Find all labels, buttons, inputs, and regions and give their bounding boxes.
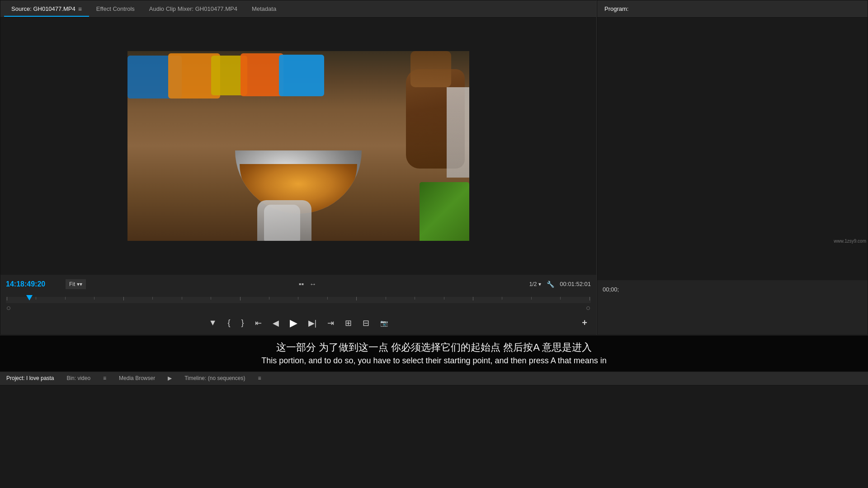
scrubber-track[interactable] <box>6 296 591 305</box>
loop-icon: ↔ <box>309 280 316 288</box>
tick <box>36 297 36 300</box>
tick <box>211 297 211 300</box>
tick <box>473 297 473 300</box>
quality-selector[interactable]: 1/2 ▾ <box>529 281 542 287</box>
tab-effect-controls[interactable]: Effect Controls <box>89 2 142 16</box>
program-timecode: 00;00; <box>603 286 619 293</box>
source-panel: Source: GH010477.MP4 ≡ Effect Controls A… <box>0 0 597 335</box>
tab-audio-clip-mixer[interactable]: Audio Clip Mixer: GH010477.MP4 <box>142 2 245 16</box>
tick <box>356 297 357 300</box>
main-container: Source: GH010477.MP4 ≡ Effect Controls A… <box>0 0 868 488</box>
subtitle-english: This portion, and to do so, you have to … <box>18 356 850 366</box>
tick <box>240 297 241 300</box>
program-transport <box>597 312 868 334</box>
subtitle-chinese: 这一部分 为了做到这一点 你必须选择它们的起始点 然后按A 意思是进入 <box>18 341 850 354</box>
playhead-arrow <box>26 295 33 300</box>
bottom-tab-media-browser[interactable]: Media Browser <box>113 373 161 383</box>
tick <box>415 297 415 300</box>
video-frame <box>127 51 469 241</box>
playhead[interactable] <box>29 295 33 300</box>
bottom-tab-timeline-menu[interactable]: ≡ <box>251 373 267 383</box>
mark-bracket-out-button[interactable]: } <box>240 316 246 329</box>
tick <box>590 297 590 300</box>
video-icon: ▪▪ <box>299 280 304 288</box>
tick-container <box>6 297 591 303</box>
source-timecode[interactable]: 14:18:49:20 <box>6 280 60 288</box>
bottom-tab-timeline[interactable]: Timeline: (no sequences) <box>178 373 251 383</box>
tick <box>152 297 153 300</box>
export-frame-button[interactable]: 📷 <box>378 318 390 328</box>
overwrite-button[interactable]: ⊟ <box>361 316 371 330</box>
mark-bracket-in-button[interactable]: { <box>226 316 232 329</box>
tick <box>7 297 7 300</box>
watermark: www.1zsy9.com <box>834 239 866 244</box>
quality-dropdown-icon: ▾ <box>538 281 541 287</box>
go-to-out-button[interactable]: ⇥ <box>326 316 336 330</box>
controls-bar: 14:18:49:20 Fit ▾ ▪▪ ↔ 1/2 ▾ 🔧 00:01:52:… <box>0 275 596 294</box>
program-tab[interactable]: Program: <box>597 0 868 18</box>
tick <box>94 297 94 300</box>
fit-dropdown-icon: ▾ <box>77 281 82 287</box>
tick <box>386 297 386 300</box>
tick <box>269 297 269 300</box>
program-scrubber[interactable] <box>597 299 868 312</box>
step-fwd-button[interactable]: ▶| <box>307 316 319 330</box>
bottom-tab-project[interactable]: Project: I love pasta <box>0 373 60 383</box>
tab-metadata[interactable]: Metadata <box>245 2 283 16</box>
timeline-bar[interactable] <box>6 297 591 303</box>
tab-source[interactable]: Source: GH010477.MP4 ≡ <box>4 2 89 16</box>
add-button[interactable]: + <box>580 316 589 330</box>
settings-icon[interactable]: 🔧 <box>547 281 554 288</box>
scrubber-dot-left[interactable] <box>7 306 10 310</box>
source-duration: 00:01:52:01 <box>560 281 591 287</box>
video-area <box>0 18 596 275</box>
go-to-in-button[interactable]: ⇤ <box>253 316 264 330</box>
insert-button[interactable]: ⊞ <box>343 316 354 330</box>
orange-container-2 <box>241 53 283 96</box>
scrubber-area[interactable] <box>0 294 596 312</box>
program-panel: Program: 00;00; <box>597 0 868 335</box>
white-cloth <box>447 87 469 178</box>
subtitles-area: 这一部分 为了做到这一点 你必须选择它们的起始点 然后按A 意思是进入 This… <box>0 335 868 371</box>
tick <box>327 297 328 300</box>
plastic-bag <box>264 205 300 241</box>
tick <box>531 297 532 300</box>
arm <box>410 51 451 87</box>
play-button[interactable]: ▶ <box>288 315 299 331</box>
bottom-tab-bin[interactable]: Bin: video <box>60 373 97 383</box>
menu-icon[interactable]: ≡ <box>78 5 82 13</box>
bottom-panel: Project: I love pasta Bin: video ≡ Media… <box>0 371 868 488</box>
top-row: Source: GH010477.MP4 ≡ Effect Controls A… <box>0 0 868 335</box>
bottom-content <box>0 385 868 488</box>
tick <box>444 297 444 300</box>
panel-tabs: Source: GH010477.MP4 ≡ Effect Controls A… <box>0 0 596 18</box>
tick <box>298 297 298 300</box>
step-back-button[interactable]: ◀ <box>271 316 281 330</box>
bottom-tab-play[interactable]: ▶ <box>161 373 178 383</box>
tick <box>123 297 124 300</box>
green-item <box>420 182 469 241</box>
tick <box>65 297 66 300</box>
scrubber-dots <box>6 306 591 310</box>
tick <box>560 297 561 300</box>
program-body <box>597 18 868 280</box>
mark-in-button[interactable]: ▼ <box>207 316 219 329</box>
blue-container-2 <box>279 55 324 96</box>
bottom-tab-bin-menu[interactable]: ≡ <box>97 373 113 383</box>
transport-controls: ▼ { } ⇤ ◀ ▶ ▶| ⇥ ⊞ ⊟ 📷 + <box>0 312 596 334</box>
bottom-tabs: Project: I love pasta Bin: video ≡ Media… <box>0 372 868 385</box>
fit-selector[interactable]: Fit ▾ <box>66 279 86 289</box>
scrubber-dot-right[interactable] <box>586 306 590 310</box>
tick <box>502 297 502 300</box>
tick <box>182 297 182 300</box>
tab-source-label: Source: GH010477.MP4 <box>11 5 75 12</box>
video-content <box>127 51 469 241</box>
program-controls: 00;00; <box>597 280 868 299</box>
